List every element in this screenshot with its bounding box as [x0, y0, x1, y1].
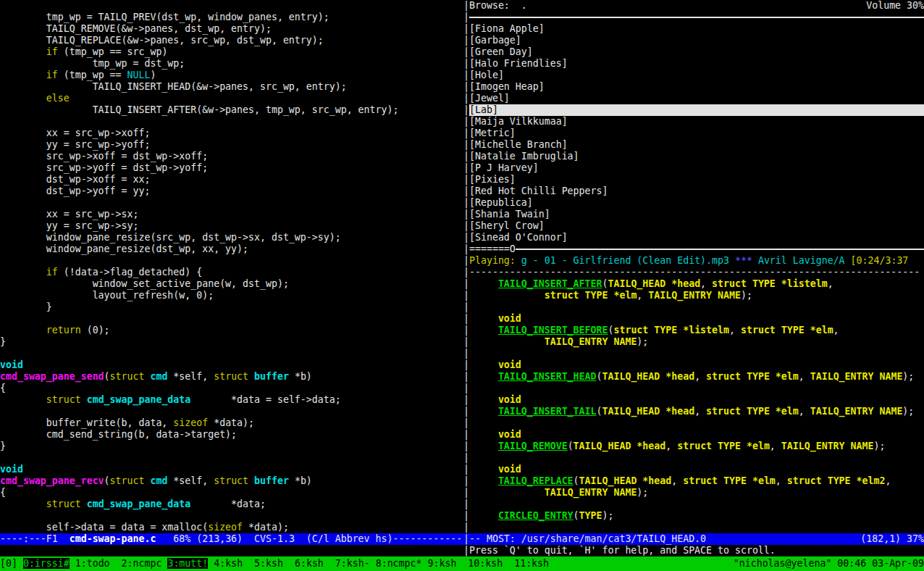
- pane-divider-cell: |: [463, 348, 469, 359]
- pane-divider-cell: |: [463, 35, 469, 46]
- pane-divider-cell: |: [463, 522, 469, 533]
- ncmpc-artist-item[interactable]: [Maija Vilkkumaa]: [469, 116, 924, 128]
- ncmpc-artist-item[interactable]: [Jewel]: [469, 93, 924, 104]
- text-segment: ,: [828, 278, 833, 289]
- text-segment: ,: [700, 278, 712, 289]
- text-segment: [469, 510, 498, 521]
- man-line: [469, 383, 924, 394]
- tmux-window-3-mutt[interactable]: 3:mutt!: [167, 558, 208, 569]
- tmux-window-0-irssi[interactable]: 0:irssi#: [23, 558, 70, 569]
- pane-divider-cell: |: [463, 93, 469, 104]
- tmux-separator: [370, 558, 376, 569]
- ncmpc-artist-item[interactable]: [Hole]: [469, 70, 924, 81]
- text-segment: TYPE: [579, 510, 602, 521]
- code-line: window_set_active_pane(w, dst_wp);: [0, 278, 463, 290]
- text-segment: [0, 93, 46, 104]
- code-line: [0, 313, 463, 325]
- ncmpc-browse-title: Browse: .: [469, 0, 527, 12]
- ncmpc-artist-item[interactable]: [Sinead O'Connor]: [469, 232, 924, 243]
- most-man-page[interactable]: TAILQ_INSERT_AFTER(TAILQ_HEAD *head, str…: [469, 278, 924, 533]
- man-line: void: [469, 464, 924, 475]
- text-segment: [0, 325, 46, 335]
- text-segment: [0, 267, 46, 278]
- text-segment: src_wp->yoff = dst_wp->yoff;: [0, 162, 208, 173]
- ncmpc-artist-item-selected[interactable]: [Lab]: [469, 104, 924, 116]
- tmux-window-5-ksh[interactable]: 5:ksh: [254, 558, 283, 569]
- text-segment: [469, 359, 498, 370]
- text-segment: yy = src_wp->yoff;: [0, 139, 150, 150]
- text-segment: ,: [833, 325, 839, 335]
- tmux-window-11-ksh[interactable]: 11:ksh: [514, 558, 549, 569]
- pane-divider-cell: |: [463, 197, 469, 209]
- pane-divider-cell: |: [463, 510, 469, 522]
- text-segment: buffer: [254, 371, 289, 382]
- text-segment: TAILQ_REMOVE(&w->panes, dst_wp, entry);: [0, 23, 272, 34]
- text-segment: g - 01 - Girlfriend (Clean Edit).mp3: [521, 255, 729, 266]
- text-segment: layout_refresh(w, 0);: [0, 290, 214, 301]
- text-segment: tmp_wp = TAILQ_PREV(dst_wp, window_panes…: [0, 12, 329, 22]
- tmux-window-1-todo[interactable]: 1:todo: [75, 558, 110, 569]
- ncmpc-artist-item[interactable]: [Green Day]: [469, 46, 924, 58]
- pane-divider[interactable]: ||||||||||||||||||||||||||||||||||||||||…: [463, 0, 469, 557]
- tmux-window-10-ksh[interactable]: 10:ksh: [468, 558, 503, 569]
- pane-divider-cell: |: [463, 58, 469, 70]
- ncmpc-artist-item[interactable]: [Fiona Apple]: [469, 23, 924, 35]
- text-segment: struct: [110, 475, 145, 486]
- code-line: src_wp->yoff = dst_wp->yoff;: [0, 162, 463, 174]
- ncmpc-artist-item[interactable]: [Garbage]: [469, 35, 924, 46]
- pane-divider-cell: |: [463, 533, 469, 545]
- code-line: dst_wp->yoff = yy;: [0, 186, 463, 197]
- code-line: xx = src_wp->sx;: [0, 209, 463, 220]
- ncmpc-artist-item[interactable]: [P J Harvey]: [469, 162, 924, 174]
- tmux-window-4-ksh[interactable]: 4:ksh: [214, 558, 243, 569]
- tmux-split-divider[interactable]: ----------------------------------------…: [469, 267, 924, 278]
- code-line: void: [0, 464, 463, 475]
- text-segment: ,: [799, 371, 810, 382]
- ncmpc-artist-item[interactable]: [Pixies]: [469, 174, 924, 186]
- ncmpc-artist-item[interactable]: [Imogen Heap]: [469, 81, 924, 93]
- text-segment: cmd_swap_pane_data: [87, 394, 191, 405]
- tmux-window-9-ksh[interactable]: 9:ksh: [427, 558, 456, 569]
- text-segment: (: [568, 441, 574, 451]
- pane-divider-cell: |: [463, 186, 469, 197]
- tmux-window-2-ncmpc[interactable]: 2:ncmpc: [122, 558, 162, 569]
- ncmpc-artist-item[interactable]: [Halo Friendlies]: [469, 58, 924, 70]
- text-segment: (: [574, 475, 579, 486]
- tmux-separator: [456, 558, 468, 569]
- tmux-status-bar: [0] 0:irssi# 1:todo 2:ncmpc 3:mutt! 4:ks…: [0, 557, 924, 571]
- text-segment: }: [0, 336, 6, 347]
- ncmpc-artist-item[interactable]: [Natalie Imbruglia]: [469, 151, 924, 162]
- emacs-modeline-info: 68% (213,36) CVS-1.3 (C/l Abbrev hs)----…: [156, 533, 462, 544]
- tmux-window-8-ncmpc-current[interactable]: 8:ncmpc*: [376, 558, 422, 569]
- man-line: TAILQ_INSERT_AFTER(TAILQ_HEAD *head, str…: [469, 278, 924, 290]
- ncmpc-artist-item[interactable]: [Shania Twain]: [469, 209, 924, 220]
- ncmpc-artist-item[interactable]: [Metric]: [469, 128, 924, 139]
- text-segment: TAILQ_HEAD *head: [602, 371, 695, 382]
- tmux-window-7-ksh-last[interactable]: 7:ksh-: [335, 558, 370, 569]
- text-segment: );: [902, 406, 914, 417]
- tmux-separator: [70, 558, 75, 569]
- text-segment: ***: [735, 255, 752, 266]
- tmux-separator: [283, 558, 295, 569]
- man-line: [469, 301, 924, 313]
- ncmpc-artist-item[interactable]: [Michelle Branch]: [469, 139, 924, 151]
- pane-divider-cell: |: [463, 139, 469, 151]
- ncmpc-artist-item[interactable]: [Sheryl Crow]: [469, 220, 924, 232]
- text-segment: ,: [729, 325, 741, 335]
- man-line: TAILQ_ENTRY NAME);: [469, 336, 924, 348]
- text-segment: [469, 290, 545, 301]
- text-segment: }: [0, 301, 52, 312]
- text-segment: cmd_swap_pane_send: [0, 371, 104, 382]
- code-line: window_pane_resize(src_wp, dst_wp->sx, d…: [0, 232, 463, 243]
- text-segment: sizeof: [208, 522, 243, 533]
- ncmpc-seekbar[interactable]: =======O: [469, 243, 924, 255]
- emacs-pane[interactable]: tmp_wp = TAILQ_PREV(dst_wp, window_panes…: [0, 0, 463, 557]
- pane-divider-cell: |: [463, 243, 469, 255]
- ncmpc-artist-item[interactable]: [Republica]: [469, 197, 924, 209]
- emacs-minibuffer[interactable]: [0, 545, 463, 557]
- text-segment: );: [873, 441, 885, 451]
- tmux-window-6-ksh[interactable]: 6:ksh: [295, 558, 324, 569]
- text-segment: TAILQ_REMOVE: [498, 441, 568, 451]
- text-segment: void: [0, 464, 23, 475]
- ncmpc-artist-item[interactable]: [Red Hot Chilli Peppers]: [469, 186, 924, 197]
